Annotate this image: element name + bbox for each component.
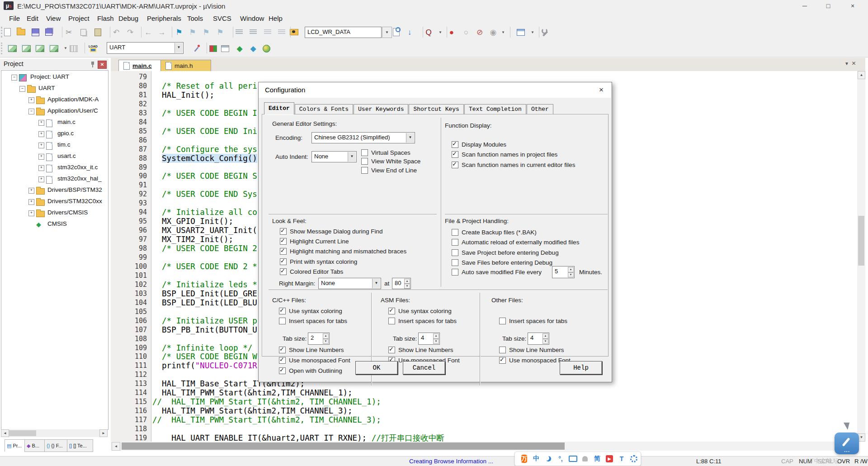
tree-item-drivers-stm32c0xx[interactable]: +Drivers/STM32C0xx — [1, 196, 105, 207]
checkbox[interactable] — [452, 249, 458, 256]
dropdown-arrow-icon[interactable]: ▼ — [64, 46, 67, 50]
spin-down-icon[interactable]: ▼ — [542, 339, 548, 344]
scroll-up-icon[interactable]: ▲ — [858, 71, 865, 79]
checkbox-label[interactable]: Scan function names in current editor fi… — [462, 162, 575, 168]
options-target-icon[interactable] — [191, 43, 203, 54]
menu-tools[interactable]: Tools — [185, 14, 205, 23]
translate-icon[interactable] — [6, 43, 18, 54]
tree-item-project-uart[interactable]: −Project: UART — [1, 71, 105, 83]
checkbox[interactable] — [452, 162, 458, 168]
checkbox-label[interactable]: Virtual Spaces — [371, 149, 410, 156]
scroll-thumb[interactable] — [122, 442, 565, 450]
ok-button[interactable]: OK — [355, 361, 398, 375]
bookmark-toggle-icon[interactable]: ⚑ — [173, 26, 185, 38]
checkbox-label[interactable]: Insert spaces for tabs — [289, 318, 347, 324]
undo-icon[interactable]: ↶ — [110, 26, 122, 38]
breakpoint-menu-icon[interactable]: ◉ — [487, 26, 499, 38]
open-file-icon[interactable] — [15, 26, 27, 38]
uncomment-icon[interactable] — [276, 26, 288, 38]
bookmark-next-icon[interactable]: ⚑ — [200, 26, 212, 38]
minimize-button[interactable]: ─ — [794, 0, 815, 12]
tree-expander-icon[interactable]: + — [38, 154, 44, 160]
tab-close-icon[interactable]: ✕ — [851, 60, 856, 67]
tree-expander-icon[interactable]: + — [28, 199, 34, 205]
auto-indent-dropdown-icon[interactable]: ▼ — [348, 152, 356, 162]
ime-lang-icon[interactable]: 中 — [532, 454, 541, 463]
dialog-tab-other[interactable]: Other — [527, 104, 553, 114]
save-icon[interactable] — [29, 26, 41, 38]
spin-up-icon[interactable]: ▲ — [433, 333, 439, 339]
menu-help[interactable]: Help — [267, 14, 284, 23]
tree-item-stm32c0xx-hal-[interactable]: +stm32c0xx_hal_ — [1, 173, 105, 185]
checkbox-label[interactable]: Use monospaced Font — [289, 357, 350, 364]
panel-tab-1[interactable]: ◆B... — [24, 439, 47, 452]
help-button[interactable]: Help — [560, 361, 602, 375]
checkbox[interactable] — [388, 318, 395, 324]
copy-icon[interactable] — [77, 26, 89, 38]
tree-item-uart[interactable]: −UART — [1, 83, 105, 94]
bookmark-clear-icon[interactable]: ⚑ — [214, 26, 226, 38]
dialog-tab-shortcut-keys[interactable]: Shortcut Keys — [409, 104, 463, 114]
dialog-tab-editor[interactable]: Editor — [264, 102, 294, 114]
spin-down-icon[interactable]: ▼ — [568, 272, 574, 278]
spin-down-icon[interactable]: ▼ — [404, 284, 410, 289]
dialog-tab-text-completion[interactable]: Text Completion — [464, 104, 526, 114]
menu-project[interactable]: Project — [66, 14, 91, 23]
menu-window[interactable]: Window — [238, 14, 266, 23]
checkbox-label[interactable]: Scan function names in project files — [462, 151, 557, 158]
menu-svcs[interactable]: SVCS — [211, 14, 233, 23]
asm-files-tab-size-spinner[interactable]: 4 ▲▼ — [418, 333, 440, 345]
dialog-tab-user-keywords[interactable]: User Keywords — [354, 104, 408, 114]
checkbox-label[interactable]: View End of Line — [371, 167, 417, 174]
scroll-right-icon[interactable]: ► — [99, 429, 108, 437]
tree-item-drivers-cmsis[interactable]: +Drivers/CMSIS — [1, 207, 105, 219]
checkbox-label[interactable]: Highlight matching and mismatched braces — [290, 248, 406, 255]
right-margin-combo[interactable]: None ▼ — [318, 278, 381, 289]
checkbox[interactable] — [499, 357, 506, 364]
rebuild-icon[interactable] — [34, 43, 46, 54]
checkbox[interactable] — [361, 158, 368, 165]
tree-item-application-user-c[interactable]: −Application/User/C — [1, 105, 105, 117]
find-in-files-icon[interactable] — [288, 26, 300, 38]
editor-horizontal-scrollbar[interactable]: ◄ ► — [111, 442, 857, 451]
tree-item-drivers-bsp-stm32[interactable]: +Drivers/BSP/STM32 — [1, 185, 105, 196]
ime-keyboard-icon[interactable] — [568, 454, 577, 463]
tree-item-stm32c0xx-it-c[interactable]: +stm32c0xx_it.c — [1, 162, 105, 173]
close-button[interactable]: × — [842, 0, 863, 12]
target-combo[interactable]: UART ▼ — [107, 42, 184, 54]
build-icon[interactable] — [20, 43, 32, 54]
autosave-label[interactable]: Auto save modified File every — [462, 269, 542, 276]
tree-expander-icon[interactable]: + — [38, 143, 44, 148]
goto-icon[interactable]: ↓ — [404, 26, 415, 38]
indent-right-icon[interactable] — [247, 26, 259, 38]
editor-tab-main.h[interactable]: main.h — [160, 60, 211, 71]
checkbox[interactable] — [452, 259, 458, 266]
spin-up-icon[interactable]: ▲ — [542, 333, 548, 339]
auto-indent-combo[interactable]: None ▼ — [311, 151, 357, 162]
menu-peripherals[interactable]: Peripherals — [145, 14, 183, 23]
checkbox[interactable] — [279, 308, 286, 314]
spin-up-icon[interactable]: ▲ — [568, 267, 574, 272]
manage-rte-icon[interactable]: ◆ — [234, 43, 245, 54]
dialog-close-icon[interactable]: × — [595, 84, 607, 96]
indent-left-icon[interactable] — [233, 26, 245, 38]
window-layout-icon[interactable] — [515, 26, 527, 38]
dropdown-arrow-icon[interactable]: ▼ — [501, 30, 505, 34]
checkbox[interactable] — [452, 141, 458, 148]
tree-expander-icon[interactable]: + — [38, 131, 44, 137]
cancel-button[interactable]: Cancel — [403, 361, 445, 375]
browse-info-icon[interactable] — [390, 26, 402, 38]
checkbox[interactable] — [499, 318, 506, 324]
paste-icon[interactable] — [92, 26, 104, 38]
batch-build-icon[interactable] — [48, 43, 60, 54]
checkbox-label[interactable]: Use syntax coloring — [289, 308, 342, 314]
checkbox-label[interactable]: Automatic reload of externally modified … — [462, 239, 579, 246]
dropdown-arrow-icon[interactable]: ▼ — [531, 30, 534, 34]
checkbox[interactable] — [452, 151, 458, 158]
spin-down-icon[interactable]: ▼ — [323, 339, 329, 344]
target-combo-dropdown[interactable]: ▼ — [175, 43, 183, 53]
ime-mode-icon[interactable]: 万 — [519, 454, 528, 463]
tree-item-tim-c[interactable]: +tim.c — [1, 139, 105, 151]
checkbox-label[interactable]: Insert spaces for tabs — [398, 318, 457, 324]
tree-item-gpio-c[interactable]: +gpio.c — [1, 128, 105, 139]
